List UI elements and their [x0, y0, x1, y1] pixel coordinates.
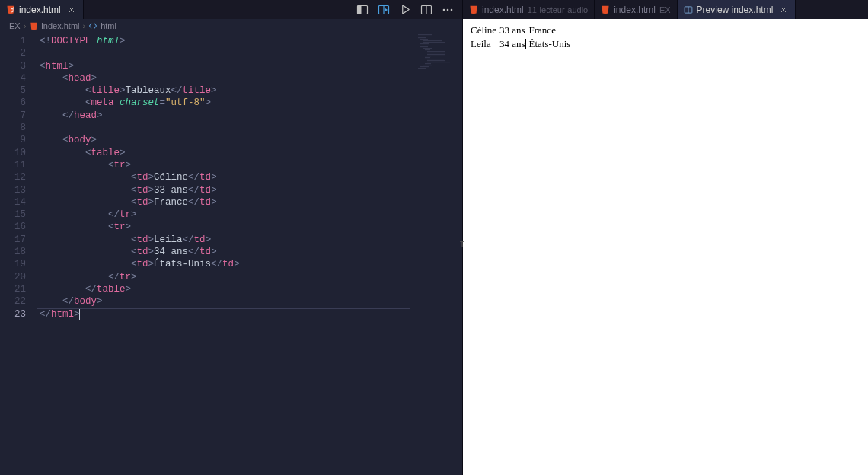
breadcrumb[interactable]: EX › index.html › html: [0, 19, 462, 33]
splitter-handle-icon: T: [459, 238, 465, 249]
table-cell: Leila: [469, 37, 498, 51]
svg-rect-27: [418, 68, 426, 69]
code-line[interactable]: </tr>: [37, 271, 462, 283]
close-icon[interactable]: [66, 5, 77, 15]
svg-rect-14: [423, 48, 432, 49]
svg-rect-9: [420, 39, 428, 40]
svg-point-6: [451, 8, 453, 11]
code-line[interactable]: <!DOCTYPE html>: [37, 35, 462, 47]
html-file-icon: [29, 21, 38, 30]
svg-rect-15: [425, 49, 430, 50]
panel-layout-icon[interactable]: [356, 3, 369, 17]
preview-pane: index.html11-lecteur-audioindex.htmlEXPr…: [463, 0, 868, 475]
tab-file[interactable]: index.htmlEX: [595, 0, 677, 19]
svg-rect-10: [423, 40, 442, 41]
code-line[interactable]: </body>: [37, 295, 462, 308]
code-line[interactable]: </head>: [37, 110, 462, 122]
tab-preview[interactable]: Preview index.html: [678, 0, 796, 19]
breadcrumb-symbol[interactable]: html: [101, 21, 116, 30]
svg-rect-22: [427, 60, 445, 61]
code-line[interactable]: </html>: [37, 308, 462, 320]
svg-rect-20: [425, 57, 430, 58]
html-file-icon: [469, 5, 478, 14]
tab-label: index.html: [614, 5, 656, 15]
tab-sublabel: 11-lecteur-audio: [528, 5, 589, 14]
more-icon[interactable]: [441, 3, 455, 17]
code-line[interactable]: <table>: [37, 147, 462, 159]
code-line[interactable]: <td>Leila</td>: [37, 234, 462, 246]
table-cell: France: [528, 24, 573, 37]
table-cell: États-Unis: [528, 37, 573, 51]
code-line[interactable]: <title>Tableaux</title>: [37, 84, 462, 97]
code-line[interactable]: <tr>: [37, 221, 462, 233]
code-line[interactable]: </tr>: [37, 209, 462, 221]
code-line[interactable]: <td>34 ans</td>: [37, 246, 462, 258]
line-number-gutter: 1234567891011121314151617181920212223: [0, 33, 37, 475]
svg-rect-12: [420, 43, 429, 44]
code-line[interactable]: <tr>: [37, 159, 462, 171]
code-line[interactable]: <head>: [37, 72, 462, 84]
editor-tabbar: index.html: [0, 0, 462, 19]
split-editor-icon[interactable]: [420, 3, 433, 17]
code-line[interactable]: <td>33 ans</td>: [37, 184, 462, 196]
svg-rect-23: [427, 62, 450, 62]
svg-rect-26: [420, 66, 429, 67]
svg-rect-17: [427, 53, 445, 53]
code-line[interactable]: <body>: [37, 134, 462, 146]
table-cell: 33 ans: [498, 24, 528, 37]
code-line[interactable]: <html>: [37, 60, 462, 72]
svg-rect-11: [423, 42, 445, 43]
code-line[interactable]: <td>Céline</td>: [37, 171, 462, 183]
text-cursor: [525, 39, 526, 49]
close-icon[interactable]: [778, 5, 789, 15]
editor-pane: index.html EX ›: [0, 0, 463, 475]
tab-file[interactable]: index.html11-lecteur-audio: [463, 0, 595, 19]
chevron-right-icon: ›: [24, 21, 27, 30]
code-editor[interactable]: 1234567891011121314151617181920212223 <!…: [0, 33, 462, 475]
tab-index-html[interactable]: index.html: [0, 0, 84, 19]
table-cell: 34 ans: [498, 37, 528, 51]
html-file-icon: [6, 5, 15, 14]
html-file-icon: [601, 5, 610, 14]
code-line[interactable]: <td>États-Unis</td>: [37, 258, 462, 270]
tab-label: index.html: [19, 5, 61, 15]
svg-rect-13: [420, 46, 428, 47]
code-content[interactable]: <!DOCTYPE html><html> <head> <title>Tabl…: [37, 33, 462, 475]
code-line[interactable]: <meta charset="utf-8">: [37, 97, 462, 109]
table-row: Leila34 ansÉtats-Unis: [469, 37, 572, 51]
chevron-right-icon: ›: [83, 21, 86, 30]
preview-table: Céline33 ansFranceLeila34 ansÉtats-Unis: [469, 24, 572, 51]
tab-label: Preview index.html: [697, 5, 774, 15]
open-preview-icon[interactable]: [377, 3, 391, 17]
svg-rect-7: [418, 34, 432, 35]
svg-rect-21: [427, 59, 444, 59]
code-line[interactable]: [37, 47, 462, 59]
tab-sublabel: EX: [659, 5, 671, 14]
svg-rect-8: [418, 37, 426, 38]
breadcrumb-file[interactable]: index.html: [41, 21, 79, 30]
preview-icon: [684, 5, 693, 14]
code-line[interactable]: [37, 122, 462, 134]
svg-point-5: [447, 8, 449, 11]
code-line[interactable]: <td>France</td>: [37, 196, 462, 209]
tab-label: index.html: [482, 5, 524, 15]
breadcrumb-root[interactable]: EX: [9, 21, 21, 30]
svg-rect-24: [425, 63, 431, 64]
code-line[interactable]: </table>: [37, 283, 462, 295]
svg-rect-1: [358, 5, 362, 14]
svg-rect-18: [427, 54, 445, 55]
svg-rect-19: [425, 56, 431, 56]
svg-rect-25: [423, 65, 432, 65]
code-symbol-icon: [88, 21, 97, 30]
table-cell: Céline: [469, 24, 498, 37]
table-row: Céline33 ansFrance: [469, 24, 572, 37]
minimap[interactable]: [416, 33, 462, 475]
preview-tabbar: index.html11-lecteur-audioindex.htmlEXPr…: [463, 0, 868, 19]
html-preview[interactable]: Céline33 ansFranceLeila34 ansÉtats-Unis: [463, 19, 868, 475]
svg-point-4: [443, 8, 445, 11]
svg-rect-16: [427, 51, 445, 52]
run-icon[interactable]: [398, 3, 412, 17]
editor-toolbar: [356, 0, 462, 19]
